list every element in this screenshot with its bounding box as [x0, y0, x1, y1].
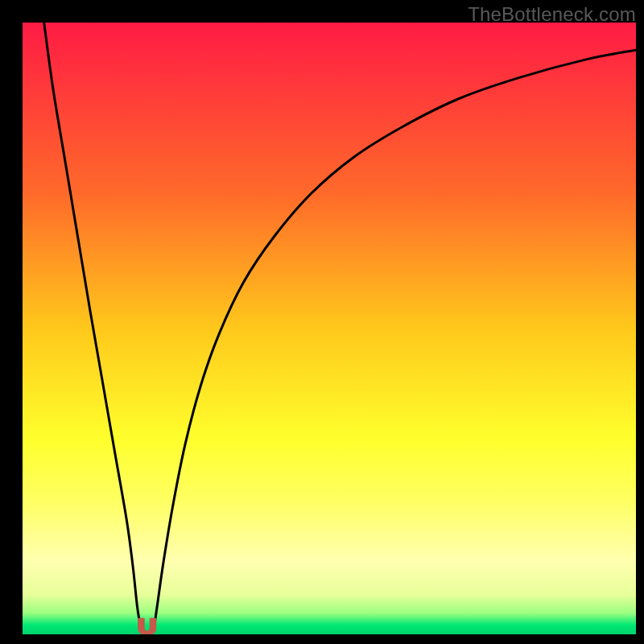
chart-svg [23, 23, 636, 634]
chart-frame: TheBottleneck.com [0, 0, 644, 644]
watermark-text: TheBottleneck.com [468, 3, 636, 26]
gradient-background [23, 23, 636, 634]
plot-area [23, 23, 636, 634]
